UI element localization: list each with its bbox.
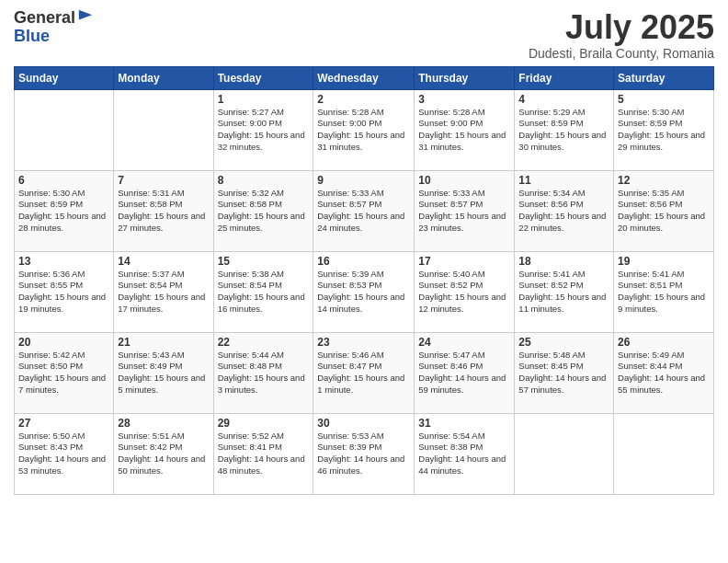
day-info: Sunrise: 5:28 AM Sunset: 9:00 PM Dayligh… bbox=[317, 107, 410, 154]
day-cell: 24Sunrise: 5:47 AM Sunset: 8:46 PM Dayli… bbox=[415, 332, 515, 413]
week-row-4: 20Sunrise: 5:42 AM Sunset: 8:50 PM Dayli… bbox=[15, 332, 714, 413]
week-row-5: 27Sunrise: 5:50 AM Sunset: 8:43 PM Dayli… bbox=[15, 413, 714, 494]
day-info: Sunrise: 5:49 AM Sunset: 8:44 PM Dayligh… bbox=[618, 350, 710, 396]
day-number: 8 bbox=[218, 174, 310, 187]
day-number: 23 bbox=[317, 336, 410, 349]
day-cell: 9Sunrise: 5:33 AM Sunset: 8:57 PM Daylig… bbox=[313, 170, 415, 251]
day-number: 29 bbox=[218, 417, 310, 430]
week-row-3: 13Sunrise: 5:36 AM Sunset: 8:55 PM Dayli… bbox=[15, 251, 714, 332]
logo: General Blue bbox=[14, 9, 94, 46]
day-info: Sunrise: 5:43 AM Sunset: 8:49 PM Dayligh… bbox=[118, 350, 209, 396]
day-cell: 18Sunrise: 5:41 AM Sunset: 8:52 PM Dayli… bbox=[515, 251, 614, 332]
day-number: 22 bbox=[218, 336, 310, 349]
day-number: 7 bbox=[118, 174, 209, 187]
day-cell bbox=[614, 413, 714, 494]
day-number: 6 bbox=[18, 174, 109, 187]
day-cell: 6Sunrise: 5:30 AM Sunset: 8:59 PM Daylig… bbox=[15, 170, 114, 251]
day-info: Sunrise: 5:31 AM Sunset: 8:58 PM Dayligh… bbox=[118, 188, 209, 235]
day-info: Sunrise: 5:41 AM Sunset: 8:52 PM Dayligh… bbox=[518, 269, 609, 316]
day-info: Sunrise: 5:37 AM Sunset: 8:54 PM Dayligh… bbox=[118, 269, 209, 316]
day-info: Sunrise: 5:27 AM Sunset: 9:00 PM Dayligh… bbox=[218, 107, 310, 154]
day-cell: 10Sunrise: 5:33 AM Sunset: 8:57 PM Dayli… bbox=[415, 170, 515, 251]
day-info: Sunrise: 5:33 AM Sunset: 8:57 PM Dayligh… bbox=[418, 188, 510, 235]
day-info: Sunrise: 5:52 AM Sunset: 8:41 PM Dayligh… bbox=[218, 431, 310, 477]
day-info: Sunrise: 5:46 AM Sunset: 8:47 PM Dayligh… bbox=[317, 350, 410, 396]
logo-general: General bbox=[14, 9, 75, 28]
day-info: Sunrise: 5:50 AM Sunset: 8:43 PM Dayligh… bbox=[18, 431, 109, 477]
weekday-header-thursday: Thursday bbox=[415, 66, 515, 89]
day-cell: 20Sunrise: 5:42 AM Sunset: 8:50 PM Dayli… bbox=[15, 332, 114, 413]
day-cell: 1Sunrise: 5:27 AM Sunset: 9:00 PM Daylig… bbox=[213, 89, 313, 170]
day-info: Sunrise: 5:33 AM Sunset: 8:57 PM Dayligh… bbox=[317, 188, 410, 235]
day-cell: 14Sunrise: 5:37 AM Sunset: 8:54 PM Dayli… bbox=[114, 251, 213, 332]
weekday-header-sunday: Sunday bbox=[15, 66, 114, 89]
logo-flag-icon bbox=[77, 8, 94, 25]
day-info: Sunrise: 5:36 AM Sunset: 8:55 PM Dayligh… bbox=[18, 269, 109, 316]
day-cell: 19Sunrise: 5:41 AM Sunset: 8:51 PM Dayli… bbox=[614, 251, 714, 332]
day-number: 12 bbox=[618, 174, 710, 187]
day-info: Sunrise: 5:35 AM Sunset: 8:56 PM Dayligh… bbox=[618, 188, 710, 235]
day-cell: 22Sunrise: 5:44 AM Sunset: 8:48 PM Dayli… bbox=[213, 332, 313, 413]
day-cell: 15Sunrise: 5:38 AM Sunset: 8:54 PM Dayli… bbox=[213, 251, 313, 332]
day-cell: 12Sunrise: 5:35 AM Sunset: 8:56 PM Dayli… bbox=[614, 170, 714, 251]
day-cell: 3Sunrise: 5:28 AM Sunset: 9:00 PM Daylig… bbox=[415, 89, 515, 170]
day-number: 31 bbox=[418, 417, 510, 430]
day-cell: 26Sunrise: 5:49 AM Sunset: 8:44 PM Dayli… bbox=[614, 332, 714, 413]
title-location: Dudesti, Braila County, Romania bbox=[529, 46, 714, 61]
day-cell: 17Sunrise: 5:40 AM Sunset: 8:52 PM Dayli… bbox=[415, 251, 515, 332]
day-info: Sunrise: 5:53 AM Sunset: 8:39 PM Dayligh… bbox=[317, 431, 410, 477]
header: General Blue July 2025 Dudesti, Braila C… bbox=[14, 9, 714, 61]
day-number: 26 bbox=[618, 336, 710, 349]
day-cell: 7Sunrise: 5:31 AM Sunset: 8:58 PM Daylig… bbox=[114, 170, 213, 251]
day-info: Sunrise: 5:30 AM Sunset: 8:59 PM Dayligh… bbox=[18, 188, 109, 235]
day-cell: 30Sunrise: 5:53 AM Sunset: 8:39 PM Dayli… bbox=[313, 413, 415, 494]
weekday-header-row: SundayMondayTuesdayWednesdayThursdayFrid… bbox=[15, 66, 714, 89]
day-cell: 16Sunrise: 5:39 AM Sunset: 8:53 PM Dayli… bbox=[313, 251, 415, 332]
day-cell: 11Sunrise: 5:34 AM Sunset: 8:56 PM Dayli… bbox=[515, 170, 614, 251]
day-number: 10 bbox=[418, 174, 510, 187]
weekday-header-tuesday: Tuesday bbox=[213, 66, 313, 89]
week-row-2: 6Sunrise: 5:30 AM Sunset: 8:59 PM Daylig… bbox=[15, 170, 714, 251]
day-cell: 31Sunrise: 5:54 AM Sunset: 8:38 PM Dayli… bbox=[415, 413, 515, 494]
day-number: 4 bbox=[518, 93, 609, 106]
day-cell: 28Sunrise: 5:51 AM Sunset: 8:42 PM Dayli… bbox=[114, 413, 213, 494]
day-number: 16 bbox=[317, 255, 410, 268]
day-info: Sunrise: 5:48 AM Sunset: 8:45 PM Dayligh… bbox=[518, 350, 609, 396]
day-cell: 4Sunrise: 5:29 AM Sunset: 8:59 PM Daylig… bbox=[515, 89, 614, 170]
day-number: 11 bbox=[518, 174, 609, 187]
day-cell: 25Sunrise: 5:48 AM Sunset: 8:45 PM Dayli… bbox=[515, 332, 614, 413]
weekday-header-friday: Friday bbox=[515, 66, 614, 89]
day-info: Sunrise: 5:30 AM Sunset: 8:59 PM Dayligh… bbox=[618, 107, 710, 154]
day-number: 25 bbox=[518, 336, 609, 349]
title-block: July 2025 Dudesti, Braila County, Romani… bbox=[529, 9, 714, 61]
day-number: 27 bbox=[18, 417, 109, 430]
day-info: Sunrise: 5:44 AM Sunset: 8:48 PM Dayligh… bbox=[218, 350, 310, 396]
day-number: 2 bbox=[317, 93, 410, 106]
day-cell: 8Sunrise: 5:32 AM Sunset: 8:58 PM Daylig… bbox=[213, 170, 313, 251]
day-info: Sunrise: 5:42 AM Sunset: 8:50 PM Dayligh… bbox=[18, 350, 109, 396]
weekday-header-monday: Monday bbox=[114, 66, 213, 89]
day-info: Sunrise: 5:32 AM Sunset: 8:58 PM Dayligh… bbox=[218, 188, 310, 235]
week-row-1: 1Sunrise: 5:27 AM Sunset: 9:00 PM Daylig… bbox=[15, 89, 714, 170]
day-cell bbox=[15, 89, 114, 170]
day-cell: 5Sunrise: 5:30 AM Sunset: 8:59 PM Daylig… bbox=[614, 89, 714, 170]
day-number: 21 bbox=[118, 336, 209, 349]
calendar-page: General Blue July 2025 Dudesti, Braila C… bbox=[0, 0, 728, 563]
day-number: 28 bbox=[118, 417, 209, 430]
day-number: 15 bbox=[218, 255, 310, 268]
day-info: Sunrise: 5:38 AM Sunset: 8:54 PM Dayligh… bbox=[218, 269, 310, 316]
logo-blue: Blue bbox=[14, 27, 50, 45]
day-number: 14 bbox=[118, 255, 209, 268]
day-info: Sunrise: 5:40 AM Sunset: 8:52 PM Dayligh… bbox=[418, 269, 510, 316]
day-cell: 13Sunrise: 5:36 AM Sunset: 8:55 PM Dayli… bbox=[15, 251, 114, 332]
day-cell: 29Sunrise: 5:52 AM Sunset: 8:41 PM Dayli… bbox=[213, 413, 313, 494]
calendar-table: SundayMondayTuesdayWednesdayThursdayFrid… bbox=[14, 66, 714, 495]
day-number: 5 bbox=[618, 93, 710, 106]
day-info: Sunrise: 5:47 AM Sunset: 8:46 PM Dayligh… bbox=[418, 350, 510, 396]
day-cell bbox=[515, 413, 614, 494]
weekday-header-wednesday: Wednesday bbox=[313, 66, 415, 89]
day-number: 3 bbox=[418, 93, 510, 106]
day-cell: 2Sunrise: 5:28 AM Sunset: 9:00 PM Daylig… bbox=[313, 89, 415, 170]
day-number: 13 bbox=[18, 255, 109, 268]
day-number: 18 bbox=[518, 255, 609, 268]
